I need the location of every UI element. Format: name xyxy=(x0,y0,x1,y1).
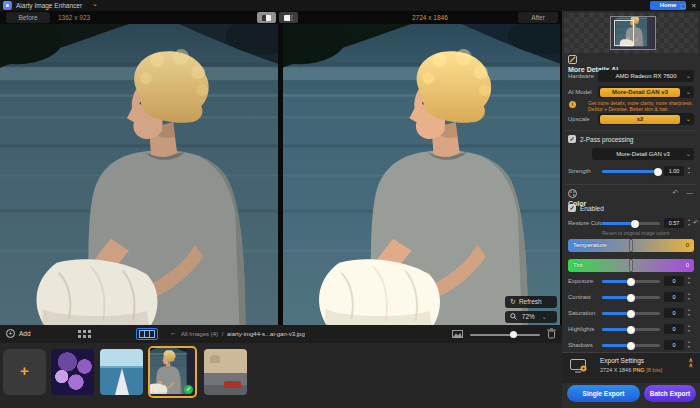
filmstrip-view-button[interactable] xyxy=(136,328,158,340)
breadcrumb: All Images (4) / aiarty-img44-s...ai-gan… xyxy=(181,331,305,337)
zoom-value: 72% xyxy=(522,313,535,320)
shadows-slider-handle[interactable] xyxy=(627,342,635,350)
back-arrow-icon[interactable]: ← xyxy=(170,329,177,336)
pass-model-dropdown[interactable]: More-Detail GAN v3 ⌄ xyxy=(592,148,694,160)
export-settings-icon xyxy=(570,359,588,373)
export-collapse-up-icon[interactable]: ∧ ∧ xyxy=(689,358,693,368)
strength-value[interactable]: 1.00 xyxy=(664,166,684,176)
exposure-slider-handle[interactable] xyxy=(627,278,635,286)
tint-slider-handle[interactable] xyxy=(630,259,633,272)
export-settings-title: Export Settings xyxy=(600,357,644,364)
app-logo-icon xyxy=(3,1,12,10)
split-view-toggle[interactable] xyxy=(257,12,276,23)
shadows-value[interactable]: 0 xyxy=(664,340,684,350)
breadcrumb-all-images[interactable]: All Images (4) xyxy=(181,331,218,337)
thumbnail-coral[interactable] xyxy=(51,349,94,395)
close-icon[interactable]: ✕ xyxy=(691,1,696,10)
thumbnail-size-slider[interactable] xyxy=(470,334,540,336)
exposure-slider[interactable] xyxy=(602,280,660,283)
exposure-label: Exposure xyxy=(568,278,593,284)
after-photo xyxy=(283,24,560,325)
highlights-slider[interactable] xyxy=(602,328,660,331)
thumbnail-portrait-selected[interactable]: ✓ xyxy=(148,346,197,398)
restore-color-label: Restore Color xyxy=(568,220,605,226)
exposure-stepper[interactable]: ▲▼ xyxy=(686,276,692,286)
ai-model-label: AI Model xyxy=(568,89,592,95)
contrast-label: Contrast xyxy=(568,294,591,300)
upscale-dropdown[interactable]: x2 ⌄ xyxy=(598,113,694,125)
color-undo-icon[interactable]: ↶ xyxy=(672,189,678,197)
divider xyxy=(566,184,696,185)
thumbnail-pier[interactable] xyxy=(100,349,143,395)
maximize-icon[interactable]: ▢ xyxy=(680,1,686,10)
thumbnail-size-slider-handle[interactable] xyxy=(510,331,517,338)
add-image-tile[interactable]: + xyxy=(3,349,46,395)
after-image-panel[interactable] xyxy=(283,24,560,325)
stepper-up-icon[interactable]: ▲ xyxy=(687,166,690,170)
zoom-chevron-down-icon: ⌄ xyxy=(542,314,547,320)
temperature-label: Temperature xyxy=(573,239,607,252)
color-collapse-icon[interactable]: — xyxy=(686,189,693,196)
restore-color-undo-icon[interactable]: ↶ xyxy=(693,219,698,227)
stepper-down-icon[interactable]: ▼ xyxy=(687,223,690,227)
shadows-slider[interactable] xyxy=(602,344,660,347)
saturation-slider[interactable] xyxy=(602,312,660,315)
exposure-value[interactable]: 0 xyxy=(664,276,684,286)
restore-color-slider[interactable] xyxy=(602,222,660,225)
contrast-slider-handle[interactable] xyxy=(627,294,635,302)
shadows-stepper[interactable]: ▲▼ xyxy=(686,340,692,350)
thumbnail-street[interactable] xyxy=(204,349,247,395)
tab-after[interactable]: After xyxy=(518,12,558,23)
saturation-stepper[interactable]: ▲▼ xyxy=(686,308,692,318)
filmstrip-view-icon xyxy=(139,330,155,338)
contrast-stepper[interactable]: ▲▼ xyxy=(686,292,692,302)
temperature-slider[interactable]: Temperature 0 xyxy=(568,239,694,252)
highlights-stepper[interactable]: ▲▼ xyxy=(686,324,692,334)
highlights-value[interactable]: 0 xyxy=(664,324,684,334)
highlights-slider-handle[interactable] xyxy=(627,326,635,334)
single-export-button[interactable]: Single Export xyxy=(567,385,640,402)
strength-slider[interactable] xyxy=(602,170,660,173)
export-settings-card[interactable]: Export Settings 2724 X 1846 PNG [8 bits]… xyxy=(562,352,700,383)
navigator-preview[interactable] xyxy=(564,13,698,53)
saturation-slider-handle[interactable] xyxy=(627,310,635,318)
temperature-slider-handle[interactable] xyxy=(630,239,633,252)
refresh-button[interactable]: ↻Refresh xyxy=(505,296,557,308)
app-menu-chevron-down-icon[interactable]: ⌄ xyxy=(92,0,98,8)
restore-color-stepper[interactable]: ▲ ▼ xyxy=(686,218,692,228)
side-by-side-view-toggle[interactable] xyxy=(279,12,298,23)
tint-slider[interactable]: Tint 0 xyxy=(568,259,694,272)
stepper-down-icon[interactable]: ▼ xyxy=(687,171,690,175)
highlights-label: Highlights xyxy=(568,326,594,332)
minimize-icon[interactable]: — xyxy=(670,0,677,8)
tab-before[interactable]: Before xyxy=(6,12,50,23)
strength-stepper[interactable]: ▲ ▼ xyxy=(686,166,692,176)
zoom-level-control[interactable]: 72% ⌄ xyxy=(505,311,557,323)
ai-model-description: Get more details, more clarity, more sha… xyxy=(588,100,698,112)
upscale-chevron-down-icon: ⌄ xyxy=(686,113,691,125)
model-info-icon: i xyxy=(569,101,576,108)
color-palette-icon xyxy=(568,189,577,198)
two-pass-checkbox[interactable]: ✓ xyxy=(568,135,576,143)
color-enabled-label: Enabled xyxy=(580,205,604,212)
restore-color-slider-handle[interactable] xyxy=(631,220,639,228)
saturation-value[interactable]: 0 xyxy=(664,308,684,318)
stepper-up-icon[interactable]: ▲ xyxy=(687,218,690,222)
trash-icon[interactable] xyxy=(547,328,556,339)
upscale-value: x2 xyxy=(600,115,680,124)
breadcrumb-separator: / xyxy=(222,331,224,337)
contrast-value[interactable]: 0 xyxy=(664,292,684,302)
restore-color-value[interactable]: 0.57 xyxy=(664,218,684,228)
contrast-slider[interactable] xyxy=(602,296,660,299)
strength-slider-handle[interactable] xyxy=(654,168,662,176)
before-image-panel[interactable] xyxy=(0,24,278,325)
tint-label: Tint xyxy=(573,259,583,272)
ai-model-dropdown[interactable]: More-Detail GAN v3 ⌄ xyxy=(598,86,694,98)
hardware-dropdown[interactable]: AMD Radeon RX 7600 ⌄ xyxy=(598,70,694,82)
color-enabled-checkbox[interactable]: ✓ xyxy=(568,204,576,212)
bottom-toolbar: + Add ← All Images (4) / aiarty-img44-s.… xyxy=(0,325,562,343)
batch-export-button[interactable]: Batch Export xyxy=(644,385,696,402)
tint-value: 0 xyxy=(686,259,689,272)
grid-view-button[interactable] xyxy=(76,328,93,340)
navigator-viewport-rect[interactable] xyxy=(614,20,634,46)
